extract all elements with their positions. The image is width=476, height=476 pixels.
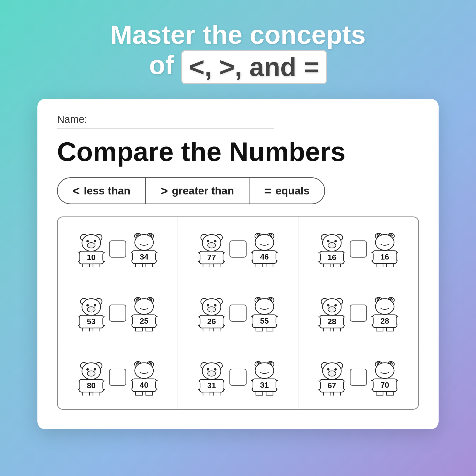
svg-rect-111: [213, 328, 220, 331]
svg-rect-196: [276, 380, 278, 389]
svg-point-205: [334, 368, 337, 371]
svg-rect-10: [83, 264, 89, 267]
worksheet: Name: Compare the Numbers < less than > …: [37, 99, 439, 429]
worksheet-title: Compare the Numbers: [57, 138, 419, 165]
svg-point-179: [207, 368, 209, 371]
svg-rect-83: [103, 317, 105, 325]
svg-rect-224: [387, 391, 393, 395]
answer-box-1-3[interactable]: [350, 240, 367, 257]
svg-text:46: 46: [260, 253, 269, 261]
svg-rect-182: [198, 381, 200, 390]
frog-character-right: 34: [131, 231, 157, 267]
problem-display: 31: [198, 359, 278, 395]
svg-rect-57: [319, 253, 321, 261]
less-than-label: less than: [84, 185, 130, 197]
svg-rect-220: [371, 380, 373, 389]
problems-row-3: 80: [58, 345, 418, 409]
svg-rect-158: [103, 381, 105, 390]
svg-rect-120: [251, 316, 253, 325]
answer-box-2-1[interactable]: [109, 305, 126, 322]
problems-row-1: 10: [58, 217, 418, 281]
svg-point-3: [87, 243, 95, 248]
problem-2-2: 26: [178, 281, 298, 345]
svg-rect-20: [131, 252, 133, 261]
svg-point-128: [328, 307, 336, 312]
problem-display: 77: [198, 231, 278, 267]
svg-point-54: [327, 240, 329, 242]
answer-box-3-3[interactable]: [350, 369, 367, 386]
svg-rect-60: [323, 264, 330, 267]
problem-3-1: 80: [58, 345, 178, 409]
answer-box-3-2[interactable]: [229, 369, 247, 386]
header-highlight: <, >, and =: [181, 50, 327, 84]
svg-text:67: 67: [327, 381, 336, 390]
legend-greater-than: > greater than: [146, 178, 250, 204]
problem-display: 53: [78, 295, 157, 331]
svg-rect-45: [251, 252, 253, 261]
answer-box-1-2[interactable]: [229, 240, 247, 257]
answer-box-3-1[interactable]: [109, 369, 126, 386]
svg-text:28: 28: [380, 317, 389, 325]
svg-text:31: 31: [207, 381, 216, 390]
svg-point-93: [135, 299, 153, 314]
answer-box-1-1[interactable]: [109, 240, 126, 257]
svg-rect-24: [146, 263, 153, 267]
answer-box-2-2[interactable]: [229, 305, 247, 322]
svg-rect-35: [203, 264, 210, 267]
svg-point-154: [86, 368, 89, 371]
svg-rect-7: [78, 253, 80, 261]
header-line2-prefix: of: [149, 50, 181, 80]
bear-character-left: 16: [319, 231, 345, 267]
svg-rect-208: [343, 381, 345, 390]
svg-rect-85: [83, 328, 89, 331]
problem-2-1: 53: [58, 281, 178, 345]
svg-point-79: [86, 304, 89, 306]
bear-character-left: 77: [198, 231, 225, 267]
svg-text:25: 25: [140, 317, 149, 325]
svg-text:28: 28: [327, 317, 336, 326]
svg-rect-160: [83, 392, 89, 395]
frog-character-right: 31: [251, 359, 278, 395]
svg-point-43: [255, 235, 274, 250]
svg-rect-198: [256, 391, 263, 395]
svg-point-193: [255, 363, 274, 378]
svg-text:70: 70: [380, 381, 389, 390]
svg-point-18: [135, 235, 153, 250]
svg-point-103: [208, 307, 216, 312]
problem-display: 16: [319, 231, 398, 267]
svg-point-53: [328, 243, 336, 248]
bear-character-left: 10: [78, 231, 105, 267]
name-label: Name:: [57, 114, 87, 125]
problem-display: 80: [78, 359, 157, 395]
less-than-symbol: <: [72, 184, 80, 198]
svg-rect-146: [396, 316, 398, 325]
bear-character-left: 26: [198, 295, 225, 331]
svg-point-29: [207, 240, 209, 242]
svg-rect-107: [198, 317, 200, 325]
svg-rect-8: [103, 253, 105, 261]
svg-point-143: [375, 299, 394, 314]
problem-3-3: 67: [298, 345, 418, 409]
svg-rect-98: [136, 327, 142, 331]
svg-text:53: 53: [87, 317, 96, 326]
svg-rect-173: [136, 391, 142, 395]
bear-character-left: 67: [319, 359, 345, 395]
svg-rect-61: [334, 264, 340, 267]
svg-rect-70: [371, 252, 373, 261]
svg-rect-73: [376, 263, 383, 267]
frog-character-right: 28: [371, 295, 398, 331]
legend: < less than > greater than = equals: [57, 177, 325, 204]
svg-point-5: [94, 240, 96, 242]
answer-box-2-3[interactable]: [350, 305, 367, 322]
svg-rect-33: [223, 253, 225, 261]
svg-rect-74: [387, 263, 393, 267]
svg-rect-199: [266, 391, 273, 395]
svg-rect-71: [396, 252, 398, 261]
svg-rect-207: [319, 381, 321, 390]
svg-rect-121: [276, 316, 278, 325]
problem-1-1: 10: [58, 217, 178, 281]
svg-rect-148: [376, 327, 383, 331]
equals-symbol: =: [264, 184, 272, 198]
name-row: Name:: [57, 114, 274, 128]
svg-point-129: [327, 304, 329, 306]
